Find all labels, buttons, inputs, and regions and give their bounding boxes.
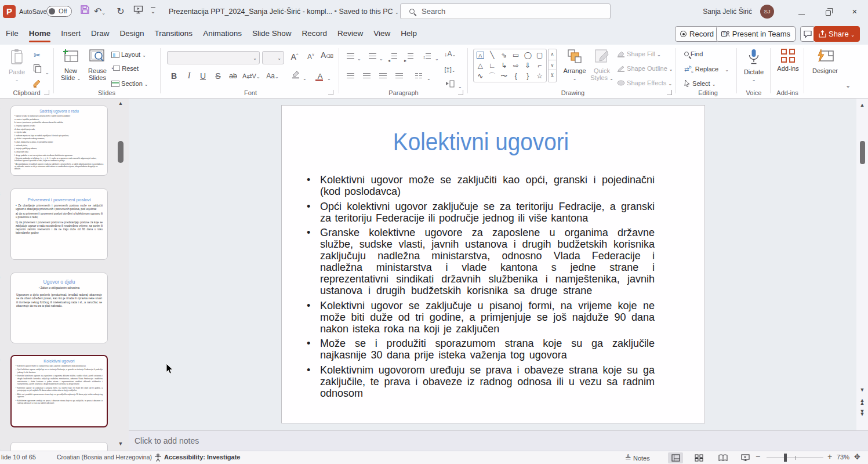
reuse-slides-button[interactable]: ReuseSlides: [85, 48, 110, 81]
language-status[interactable]: Croatian (Bosnia and Herzegovina): [57, 454, 152, 461]
saved-status[interactable]: Saved to this PC ⌄: [339, 8, 398, 16]
slide-thumbnail-7[interactable]: Sadržaj ugovora o radu• Ugovor o radu se…: [10, 106, 108, 176]
drawing-dialog-launcher-icon[interactable]: [667, 90, 672, 95]
font-size-select[interactable]: ⌄: [262, 51, 284, 64]
shape-effects-button[interactable]: Shape Effects ⌄: [617, 79, 672, 86]
reset-button[interactable]: ⟲ Reset: [111, 65, 139, 72]
tab-record[interactable]: Record: [296, 23, 332, 45]
designer-button[interactable]: Designer: [808, 48, 842, 74]
right-arrow-shape-icon[interactable]: ⇨: [510, 60, 522, 71]
tab-draw[interactable]: Draw: [86, 23, 115, 45]
search-input[interactable]: Search: [400, 3, 611, 19]
slide-body[interactable]: Kolektivni ugovor može se zaključiti kao…: [302, 174, 655, 402]
tab-home[interactable]: Home: [24, 23, 56, 45]
slide-sorter-view-button[interactable]: [691, 452, 706, 463]
scrollbar-thumb[interactable]: [860, 141, 865, 164]
numbering-icon[interactable]: ⌄: [365, 49, 379, 63]
shape-gallery-scroll[interactable]: ∧∨⊻: [548, 49, 557, 82]
quick-styles-button[interactable]: QuickStyles ⌄: [589, 48, 615, 81]
section-button[interactable]: Section ⌄: [111, 79, 148, 87]
powerpoint-app-icon[interactable]: P: [3, 5, 16, 18]
zoom-out-button[interactable]: −: [756, 452, 760, 461]
increase-font-size-icon[interactable]: A^: [288, 48, 302, 62]
tab-view[interactable]: View: [368, 23, 395, 45]
reading-view-button[interactable]: [716, 452, 731, 463]
strikethrough-button[interactable]: S: [211, 69, 225, 83]
line-spacing-icon[interactable]: ↕⌄: [420, 49, 434, 63]
layout-button[interactable]: Layout ⌄: [111, 50, 146, 58]
slideshow-view-button[interactable]: [738, 452, 753, 463]
rectangle-shape-icon[interactable]: ▭: [510, 50, 522, 60]
slide-editor-area[interactable]: Kolektivni ugovori Kolektivni ugovor mož…: [129, 99, 856, 430]
oval-shape-icon[interactable]: ◯: [522, 50, 534, 60]
scroll-down-icon[interactable]: ▼: [856, 387, 868, 393]
elbow-connector-shape-icon[interactable]: ∟: [486, 60, 499, 71]
star-shape-icon[interactable]: ☆: [534, 71, 546, 81]
slide-title[interactable]: Kolektivni ugovori: [290, 128, 671, 156]
dictate-button[interactable]: Dictate⌄: [741, 48, 767, 82]
zoom-level[interactable]: 73%: [837, 454, 849, 461]
tab-animations[interactable]: Animations: [198, 23, 247, 45]
undo-icon[interactable]: ↶⌄: [93, 5, 107, 19]
right-brace-shape-icon[interactable]: }: [522, 71, 534, 81]
minimize-button[interactable]: [788, 0, 815, 23]
save-icon[interactable]: [78, 5, 92, 19]
tab-help[interactable]: Help: [395, 23, 422, 45]
redo-icon[interactable]: ↻: [114, 5, 128, 19]
slide-thumbnail-10[interactable]: Kolektivni ugovori• Kolektivni ugovor mo…: [10, 355, 108, 427]
find-button[interactable]: Find: [684, 50, 703, 57]
arc-shape-icon[interactable]: ⌒: [486, 71, 499, 81]
cut-icon[interactable]: ✂: [30, 48, 44, 62]
justify-icon[interactable]: [392, 69, 406, 83]
collapse-ribbon-icon[interactable]: ⌄: [845, 82, 851, 89]
highlight-color-icon[interactable]: ⌄: [289, 69, 303, 83]
curve-shape-icon[interactable]: 〜: [498, 71, 510, 81]
panel-scrollbar-thumb[interactable]: [118, 141, 124, 163]
line-shape-icon[interactable]: ╲: [486, 50, 499, 60]
align-center-icon[interactable]: [359, 69, 373, 83]
tab-design[interactable]: Design: [115, 23, 150, 45]
shape-fill-button[interactable]: Shape Fill ⌄: [617, 50, 661, 57]
down-arrow-shape-icon[interactable]: ⇩: [522, 60, 534, 71]
next-slide-icon[interactable]: ▼▼: [856, 410, 868, 416]
notes-toggle[interactable]: ≜ Notes: [625, 454, 650, 462]
rounded-rectangle-shape-icon[interactable]: ▢: [534, 50, 546, 60]
scribble-shape-icon[interactable]: ∿: [474, 71, 486, 81]
paragraph-dialog-launcher-icon[interactable]: [458, 90, 463, 95]
font-name-select[interactable]: ⌄: [167, 51, 260, 64]
arrow-shape-icon[interactable]: ⇘: [498, 50, 510, 60]
record-button[interactable]: Record: [675, 26, 719, 42]
tab-slide-show[interactable]: Slide Show: [247, 23, 297, 45]
font-color-icon[interactable]: A⌄: [313, 69, 327, 83]
snip-corner-rect-shape-icon[interactable]: ⌐: [534, 60, 546, 71]
shape-gallery[interactable]: A╲⇘▭◯▢△∟↳⇨⇩⌐∿⌒〜{}☆: [473, 49, 547, 82]
select-button[interactable]: Select ⌄: [684, 79, 716, 87]
decrease-indent-icon[interactable]: ◂: [387, 49, 401, 63]
isoceles-triangle-shape-icon[interactable]: △: [474, 60, 486, 71]
add-ins-button[interactable]: Add-ins: [775, 48, 801, 72]
new-slide-button[interactable]: NewSlide ⌄: [58, 48, 83, 81]
text-box-shape-icon[interactable]: A: [474, 50, 486, 60]
text-direction-icon[interactable]: ↓A⌄: [443, 47, 457, 61]
paste-button[interactable]: Paste⌄: [5, 48, 29, 82]
user-name[interactable]: Sanja Jelić Širić: [703, 8, 752, 16]
accessibility-status[interactable]: Accessibility: Investigate: [164, 454, 240, 461]
fit-slide-to-window-icon[interactable]: ✥: [854, 452, 860, 461]
align-text-icon[interactable]: [‡]⌄: [443, 63, 457, 77]
shape-outline-button[interactable]: Shape Outline ⌄: [617, 65, 673, 72]
left-brace-shape-icon[interactable]: {: [510, 71, 522, 81]
slide-canvas[interactable]: Kolektivni ugovori Kolektivni ugovor mož…: [281, 105, 705, 423]
scroll-up-icon[interactable]: ▲: [856, 102, 868, 108]
normal-view-button[interactable]: [668, 452, 683, 463]
customize-toolbar-icon[interactable]: ⌄: [146, 5, 160, 19]
avatar[interactable]: SJ: [760, 5, 774, 19]
autosave-toggle[interactable]: Off: [46, 6, 72, 17]
copy-icon[interactable]: ⌄: [30, 63, 44, 77]
restore-button[interactable]: [815, 0, 841, 23]
replace-button[interactable]: ⇄bc Replace ⌄: [684, 65, 729, 74]
character-spacing-icon[interactable]: A⇄V⌄: [242, 69, 256, 83]
tab-file[interactable]: File: [1, 23, 24, 45]
tab-review[interactable]: Review: [332, 23, 368, 45]
change-case-icon[interactable]: Aa⌄: [266, 69, 279, 83]
panel-scroll-up-icon[interactable]: ▲: [117, 100, 125, 106]
